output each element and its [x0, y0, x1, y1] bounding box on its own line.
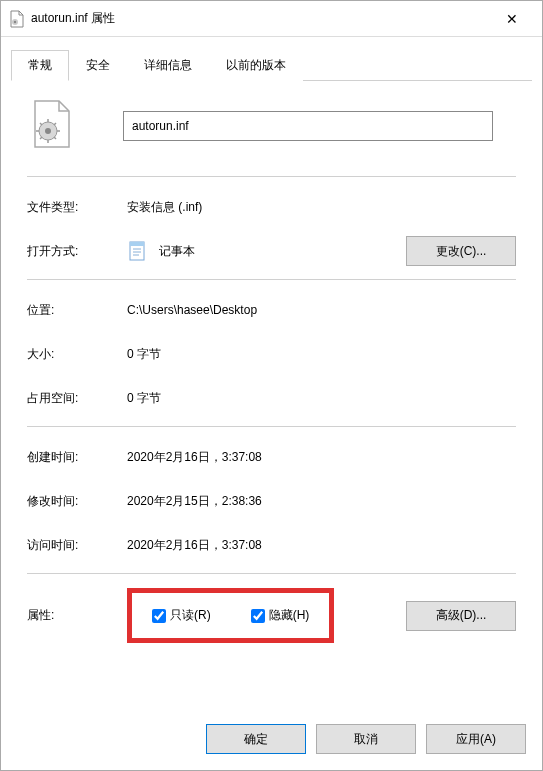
attributes-highlight-box: 只读(R) 隐藏(H): [127, 588, 334, 643]
size-row: 大小: 0 字节: [27, 338, 516, 370]
accessed-label: 访问时间:: [27, 537, 127, 554]
size-value: 0 字节: [127, 346, 516, 363]
attributes-label: 属性:: [27, 607, 127, 624]
filetype-label: 文件类型:: [27, 199, 127, 216]
large-file-icon: [31, 99, 79, 152]
tabs-container: 常规 安全 详细信息 以前的版本 文件: [1, 37, 542, 710]
sizeondisk-label: 占用空间:: [27, 390, 127, 407]
location-row: 位置: C:\Users\hasee\Desktop: [27, 294, 516, 326]
apply-button[interactable]: 应用(A): [426, 724, 526, 754]
notepad-icon: [127, 240, 149, 262]
tab-security[interactable]: 安全: [69, 50, 127, 81]
location-label: 位置:: [27, 302, 127, 319]
tab-general[interactable]: 常规: [11, 50, 69, 81]
filetype-row: 文件类型: 安装信息 (.inf): [27, 191, 516, 223]
separator: [27, 573, 516, 574]
readonly-checkbox-item[interactable]: 只读(R): [152, 607, 211, 624]
close-button[interactable]: ✕: [490, 3, 534, 35]
openwith-app-name: 记事本: [159, 243, 195, 260]
tab-previous-versions[interactable]: 以前的版本: [209, 50, 303, 81]
readonly-label: 只读(R): [170, 607, 211, 624]
modified-value: 2020年2月15日，2:38:36: [127, 493, 516, 510]
tab-general-content: 文件类型: 安装信息 (.inf) 打开方式: 记事本: [11, 81, 532, 710]
hidden-checkbox-item[interactable]: 隐藏(H): [251, 607, 310, 624]
sizeondisk-value: 0 字节: [127, 390, 516, 407]
openwith-label: 打开方式:: [27, 243, 127, 260]
created-label: 创建时间:: [27, 449, 127, 466]
location-value: C:\Users\hasee\Desktop: [127, 303, 516, 317]
window-title: autorun.inf 属性: [31, 10, 490, 27]
readonly-checkbox[interactable]: [152, 609, 166, 623]
change-button[interactable]: 更改(C)...: [406, 236, 516, 266]
filename-row: [27, 99, 516, 152]
hidden-checkbox[interactable]: [251, 609, 265, 623]
hidden-label: 隐藏(H): [269, 607, 310, 624]
modified-row: 修改时间: 2020年2月15日，2:38:36: [27, 485, 516, 517]
modified-label: 修改时间:: [27, 493, 127, 510]
accessed-value: 2020年2月16日，3:37:08: [127, 537, 516, 554]
properties-dialog: autorun.inf 属性 ✕ 常规 安全 详细信息 以前的版本: [0, 0, 543, 771]
openwith-row: 打开方式: 记事本 更改(C)...: [27, 235, 516, 267]
file-icon: [9, 10, 25, 28]
filetype-value: 安装信息 (.inf): [127, 199, 516, 216]
created-value: 2020年2月16日，3:37:08: [127, 449, 516, 466]
svg-rect-5: [130, 242, 144, 246]
accessed-row: 访问时间: 2020年2月16日，3:37:08: [27, 529, 516, 561]
separator: [27, 176, 516, 177]
tab-strip: 常规 安全 详细信息 以前的版本: [11, 49, 532, 81]
svg-point-1: [14, 20, 16, 22]
size-label: 大小:: [27, 346, 127, 363]
separator: [27, 279, 516, 280]
cancel-button[interactable]: 取消: [316, 724, 416, 754]
attributes-row: 属性: 只读(R) 隐藏(H) 高级(D)...: [27, 588, 516, 643]
created-row: 创建时间: 2020年2月16日，3:37:08: [27, 441, 516, 473]
openwith-value: 记事本: [127, 240, 406, 262]
svg-point-3: [45, 128, 51, 134]
filename-input[interactable]: [123, 111, 493, 141]
separator: [27, 426, 516, 427]
dialog-buttons: 确定 取消 应用(A): [1, 710, 542, 770]
tab-details[interactable]: 详细信息: [127, 50, 209, 81]
advanced-button[interactable]: 高级(D)...: [406, 601, 516, 631]
sizeondisk-row: 占用空间: 0 字节: [27, 382, 516, 414]
ok-button[interactable]: 确定: [206, 724, 306, 754]
titlebar: autorun.inf 属性 ✕: [1, 1, 542, 37]
